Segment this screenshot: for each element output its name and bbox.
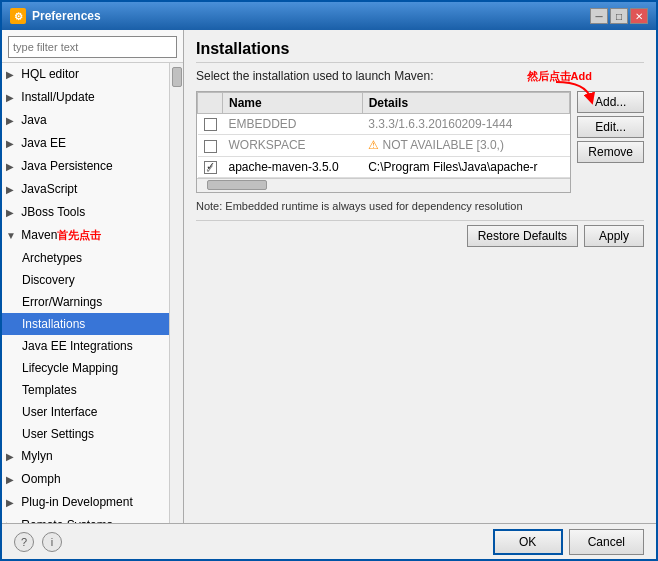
scroll-thumb <box>172 67 182 87</box>
remove-button[interactable]: Remove <box>577 141 644 163</box>
window-icon: ⚙ <box>10 8 26 24</box>
right-panel: Installations Select the installation us… <box>184 30 656 523</box>
info-icon[interactable]: i <box>42 532 62 552</box>
table-row: ✓ apache-maven-3.5.0 C:\Program Files\Ja… <box>198 156 570 177</box>
filter-input[interactable] <box>8 36 177 58</box>
tree-item-lifecycle-mapping[interactable]: Lifecycle Mapping <box>2 357 169 379</box>
installations-table: Name Details EMBEDDED <box>197 92 570 178</box>
tree-area[interactable]: ▶ HQL editor ▶ Install/Update ▶ Java ▶ <box>2 63 169 523</box>
tree-item-discovery[interactable]: Discovery <box>2 269 169 291</box>
cancel-button[interactable]: Cancel <box>569 529 644 555</box>
warning-icon: ⚠ <box>368 138 379 152</box>
filter-box <box>2 30 183 63</box>
row-details: 3.3.3/1.6.3.20160209-1444 <box>362 114 570 135</box>
footer-icons: ? i <box>14 532 62 552</box>
tree-item-user-settings[interactable]: User Settings <box>2 423 169 445</box>
tree-label: JavaScript <box>21 182 77 196</box>
expand-icon: ▶ <box>6 494 18 512</box>
content-area: ▶ HQL editor ▶ Install/Update ▶ Java ▶ <box>2 30 656 523</box>
col-details: Details <box>362 93 570 114</box>
tree-item-java-ee-integration[interactable]: Java EE Integrations <box>2 335 169 357</box>
table-section-wrapper: 然后点击Add <box>196 91 644 193</box>
tree-vertical-scrollbar[interactable] <box>169 63 183 523</box>
close-button[interactable]: ✕ <box>630 8 648 24</box>
window-title: Preferences <box>32 9 590 23</box>
tree-scrollbar-container: ▶ HQL editor ▶ Install/Update ▶ Java ▶ <box>2 63 183 523</box>
titlebar: ⚙ Preferences ─ □ ✕ <box>2 2 656 30</box>
tree-item-jboss-tools[interactable]: ▶ JBoss Tools <box>2 201 169 224</box>
add-button[interactable]: Add... <box>577 91 644 113</box>
footer-ok-cancel: OK Cancel <box>493 529 644 555</box>
tree-item-user-interface[interactable]: User Interface <box>2 401 169 423</box>
tree-item-java[interactable]: ▶ Java <box>2 109 169 132</box>
row-checkbox[interactable] <box>204 118 217 131</box>
tree-item-oomph[interactable]: ▶ Oomph <box>2 468 169 491</box>
expand-icon: ▼ <box>6 227 18 245</box>
tree-label: Install/Update <box>21 90 94 104</box>
tree-item-archetypes[interactable]: Archetypes <box>2 247 169 269</box>
expand-icon: ▶ <box>6 112 18 130</box>
tree-item-java-persistence[interactable]: ▶ Java Persistence <box>2 155 169 178</box>
row-checkbox-checked[interactable]: ✓ <box>204 161 217 174</box>
expand-icon: ▶ <box>6 471 18 489</box>
table-row: EMBEDDED 3.3.3/1.6.3.20160209-1444 <box>198 114 570 135</box>
tree-item-install-update[interactable]: ▶ Install/Update <box>2 86 169 109</box>
help-icon[interactable]: ? <box>14 532 34 552</box>
maximize-button[interactable]: □ <box>610 8 628 24</box>
expand-icon: ▶ <box>6 158 18 176</box>
row-name: EMBEDDED <box>223 114 363 135</box>
tree-item-installations[interactable]: Installations <box>2 313 169 335</box>
tree-label: Maven <box>21 228 57 242</box>
tree-item-maven[interactable]: ▼ Maven首先点击 <box>2 224 169 247</box>
tree-item-plugin-development[interactable]: ▶ Plug-in Development <box>2 491 169 514</box>
tree-item-javascript[interactable]: ▶ JavaScript <box>2 178 169 201</box>
tree-label: Error/Warnings <box>22 295 102 309</box>
tree-label: Archetypes <box>22 251 82 265</box>
tree-label: User Settings <box>22 427 94 441</box>
row-checkbox-cell[interactable] <box>198 135 223 156</box>
minimize-button[interactable]: ─ <box>590 8 608 24</box>
main-area: ▶ HQL editor ▶ Install/Update ▶ Java ▶ <box>2 30 656 523</box>
expand-icon: ▶ <box>6 448 18 466</box>
tree-label: Java EE <box>21 136 66 150</box>
titlebar-buttons: ─ □ ✕ <box>590 8 648 24</box>
tree-item-hql-editor[interactable]: ▶ HQL editor <box>2 63 169 86</box>
scroll-thumb-h <box>207 180 267 190</box>
tree-label: Plug-in Development <box>21 495 132 509</box>
row-checkbox-cell[interactable] <box>198 114 223 135</box>
ok-button[interactable]: OK <box>493 529 563 555</box>
edit-button[interactable]: Edit... <box>577 116 644 138</box>
tree-label: JBoss Tools <box>21 205 85 219</box>
panel-title: Installations <box>196 40 644 63</box>
tree-label: Oomph <box>21 472 60 486</box>
expand-icon: ▶ <box>6 204 18 222</box>
tree-label: User Interface <box>22 405 97 419</box>
tree-label: Installations <box>22 317 85 331</box>
expand-icon: ▶ <box>6 135 18 153</box>
tree-label: Lifecycle Mapping <box>22 361 118 375</box>
tree-item-templates[interactable]: Templates <box>2 379 169 401</box>
tree-label: Java EE Integrations <box>22 339 133 353</box>
tree-label: Discovery <box>22 273 75 287</box>
tree-label: Java <box>21 113 46 127</box>
restore-defaults-button[interactable]: Restore Defaults <box>467 225 578 247</box>
row-details: C:\Program Files\Java\apache-r <box>362 156 570 177</box>
col-checkbox <box>198 93 223 114</box>
tree-item-mylyn[interactable]: ▶ Mylyn <box>2 445 169 468</box>
note-text: Note: Embedded runtime is always used fo… <box>196 199 644 214</box>
tree-item-remote-systems[interactable]: ▶ Remote Systems <box>2 514 169 523</box>
row-details: ⚠ NOT AVAILABLE [3.0,) <box>362 135 570 156</box>
row-checkbox-cell[interactable]: ✓ <box>198 156 223 177</box>
footer-bar: ? i OK Cancel <box>2 523 656 559</box>
table-horizontal-scrollbar[interactable] <box>197 178 570 192</box>
row-name: WORKSPACE <box>223 135 363 156</box>
tree-item-error-warnings[interactable]: Error/Warnings <box>2 291 169 313</box>
expand-icon: ▶ <box>6 181 18 199</box>
tree-item-java-ee[interactable]: ▶ Java EE <box>2 132 169 155</box>
annotation-add: 然后点击Add <box>527 69 592 84</box>
table-action-buttons: Add... Edit... Remove <box>577 91 644 193</box>
tree-label: Templates <box>22 383 77 397</box>
apply-button[interactable]: Apply <box>584 225 644 247</box>
expand-icon: ▶ <box>6 89 18 107</box>
row-checkbox[interactable] <box>204 140 217 153</box>
